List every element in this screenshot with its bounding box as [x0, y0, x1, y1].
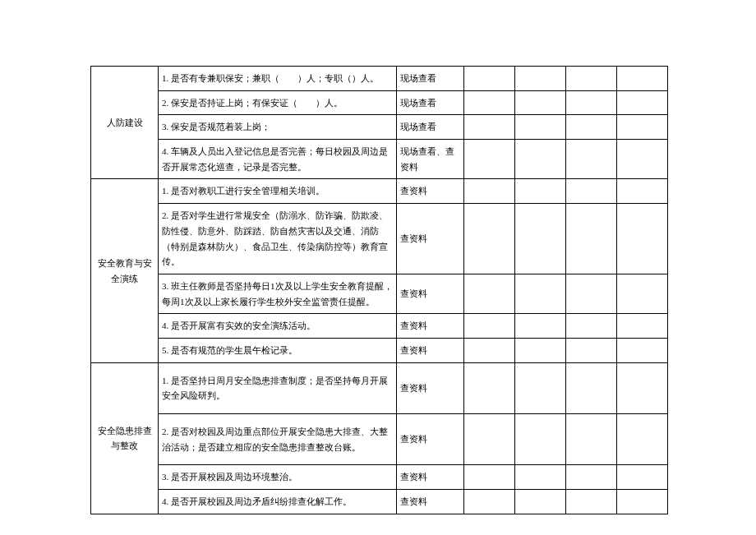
method-cell: 查资料: [397, 362, 464, 413]
blank-cell: [515, 274, 566, 313]
blank-cell: [617, 465, 668, 490]
method-cell: 现场查看、查资料: [397, 140, 464, 179]
blank-cell: [515, 115, 566, 140]
table-row: 4. 车辆及人员出入登记信息是否完善；每日校园及周边是否开展常态化巡查，记录是否…: [91, 140, 668, 179]
method-cell: 查资料: [397, 204, 464, 274]
blank-cell: [515, 179, 566, 204]
table-row: 3. 班主任教师是否坚持每日1次及以上学生安全教育提醒，每周1次及以上家长履行学…: [91, 274, 668, 313]
method-cell: 现场查看: [397, 67, 464, 91]
blank-cell: [464, 179, 515, 204]
blank-cell: [464, 490, 515, 514]
item-cell: 2. 是否对校园及周边重点部位开展安全隐患大排查、大整治活动；是否建立相应的安全…: [159, 414, 397, 465]
blank-cell: [464, 140, 515, 179]
table-row: 安全隐患排查与整改 1. 是否坚持日周月安全隐患排查制度；是否坚持每月开展安全风…: [91, 362, 668, 413]
method-cell: 查资料: [397, 414, 464, 465]
table-row: 3. 保安是否规范着装上岗； 现场查看: [91, 115, 668, 140]
table-row: 2. 保安是否持证上岗；有保安证（ ）人。 现场查看: [91, 90, 668, 115]
category-cell: 安全教育与安全演练: [91, 179, 159, 362]
blank-cell: [566, 90, 617, 115]
blank-cell: [515, 67, 566, 91]
table-row: 人防建设 1. 是否有专兼职保安；兼职（ ）人；专职（）人。 现场查看: [91, 67, 668, 91]
blank-cell: [566, 338, 617, 362]
blank-cell: [566, 115, 617, 140]
blank-cell: [464, 274, 515, 313]
item-cell: 1. 是否坚持日周月安全隐患排查制度；是否坚持每月开展安全风险研判。: [159, 362, 397, 413]
blank-cell: [617, 179, 668, 204]
blank-cell: [566, 274, 617, 313]
blank-cell: [566, 490, 617, 514]
item-cell: 1. 是否有专兼职保安；兼职（ ）人；专职（）人。: [159, 67, 397, 91]
blank-cell: [566, 465, 617, 490]
blank-cell: [617, 490, 668, 514]
inspection-table: 人防建设 1. 是否有专兼职保安；兼职（ ）人；专职（）人。 现场查看 2. 保…: [90, 66, 668, 514]
method-cell: 查资料: [397, 338, 464, 362]
blank-cell: [566, 179, 617, 204]
table-row: 4. 是否开展校园及周边矛盾纠纷排查化解工作。 查资料: [91, 490, 668, 514]
item-cell: 4. 是否开展校园及周边矛盾纠纷排查化解工作。: [159, 490, 397, 514]
item-cell: 2. 是否对学生进行常规安全（防溺水、防诈骗、防欺凌、防性侵、防意外、防踩踏、防…: [159, 204, 397, 274]
blank-cell: [617, 115, 668, 140]
blank-cell: [464, 90, 515, 115]
item-cell: 3. 是否开展校园及周边环境整治。: [159, 465, 397, 490]
blank-cell: [566, 204, 617, 274]
item-cell: 2. 保安是否持证上岗；有保安证（ ）人。: [159, 90, 397, 115]
blank-cell: [464, 362, 515, 413]
item-cell: 3. 班主任教师是否坚持每日1次及以上学生安全教育提醒，每周1次及以上家长履行学…: [159, 274, 397, 313]
item-cell: 3. 保安是否规范着装上岗；: [159, 115, 397, 140]
blank-cell: [464, 465, 515, 490]
blank-cell: [515, 314, 566, 339]
table-row: 4. 是否开展富有实效的安全演练活动。 查资料: [91, 314, 668, 339]
method-cell: 现场查看: [397, 115, 464, 140]
blank-cell: [515, 465, 566, 490]
category-cell: 人防建设: [91, 67, 159, 179]
blank-cell: [464, 67, 515, 91]
blank-cell: [464, 314, 515, 339]
blank-cell: [515, 490, 566, 514]
blank-cell: [566, 67, 617, 91]
blank-cell: [515, 338, 566, 362]
method-cell: 查资料: [397, 274, 464, 313]
blank-cell: [515, 362, 566, 413]
table-row: 5. 是否有规范的学生晨午检记录。 查资料: [91, 338, 668, 362]
blank-cell: [617, 67, 668, 91]
blank-cell: [464, 204, 515, 274]
blank-cell: [617, 204, 668, 274]
blank-cell: [464, 338, 515, 362]
blank-cell: [617, 274, 668, 313]
blank-cell: [617, 314, 668, 339]
blank-cell: [617, 414, 668, 465]
table-row: 2. 是否对学生进行常规安全（防溺水、防诈骗、防欺凌、防性侵、防意外、防踩踏、防…: [91, 204, 668, 274]
item-cell: 1. 是否对教职工进行安全管理相关培训。: [159, 179, 397, 204]
blank-cell: [464, 414, 515, 465]
blank-cell: [515, 204, 566, 274]
item-cell: 5. 是否有规范的学生晨午检记录。: [159, 338, 397, 362]
item-cell: 4. 车辆及人员出入登记信息是否完善；每日校园及周边是否开展常态化巡查，记录是否…: [159, 140, 397, 179]
category-cell: 安全隐患排查与整改: [91, 362, 159, 514]
blank-cell: [617, 362, 668, 413]
method-cell: 查资料: [397, 465, 464, 490]
blank-cell: [566, 314, 617, 339]
blank-cell: [566, 362, 617, 413]
blank-cell: [566, 414, 617, 465]
method-cell: 查资料: [397, 179, 464, 204]
method-cell: 查资料: [397, 314, 464, 339]
blank-cell: [617, 140, 668, 179]
blank-cell: [617, 338, 668, 362]
table-row: 安全教育与安全演练 1. 是否对教职工进行安全管理相关培训。 查资料: [91, 179, 668, 204]
blank-cell: [566, 140, 617, 179]
table-row: 3. 是否开展校园及周边环境整治。 查资料: [91, 465, 668, 490]
item-cell: 4. 是否开展富有实效的安全演练活动。: [159, 314, 397, 339]
method-cell: 查资料: [397, 490, 464, 514]
method-cell: 现场查看: [397, 90, 464, 115]
blank-cell: [617, 90, 668, 115]
blank-cell: [464, 115, 515, 140]
blank-cell: [515, 140, 566, 179]
blank-cell: [515, 414, 566, 465]
blank-cell: [515, 90, 566, 115]
table-row: 2. 是否对校园及周边重点部位开展安全隐患大排查、大整治活动；是否建立相应的安全…: [91, 414, 668, 465]
